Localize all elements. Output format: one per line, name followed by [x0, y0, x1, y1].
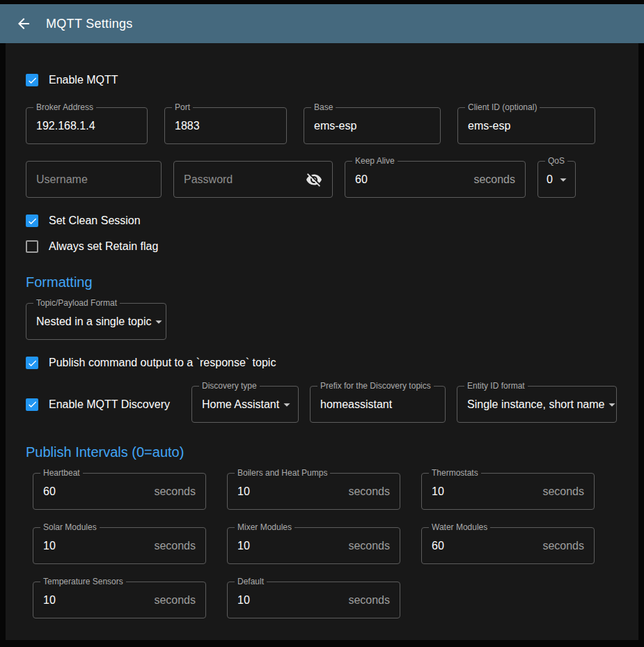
boilers-interval-field[interactable]: Boilers and Heat Pumps seconds: [227, 473, 400, 510]
app-bar: MQTT Settings: [0, 4, 644, 43]
qos-value: 0: [547, 173, 556, 186]
checkbox-checked-icon: [26, 357, 38, 369]
password-field[interactable]: [173, 161, 333, 198]
broker-address-input[interactable]: [36, 120, 137, 132]
boilers-interval-label: Boilers and Heat Pumps: [235, 469, 330, 478]
back-button[interactable]: [8, 8, 39, 39]
solar-modules-interval-field[interactable]: Solar Modules seconds: [33, 527, 206, 564]
dropdown-arrow-icon: [556, 172, 571, 187]
arrow-left-icon: [15, 15, 32, 32]
base-field[interactable]: Base: [304, 107, 441, 144]
password-input[interactable]: [184, 173, 306, 186]
discovery-row: Enable MQTT Discovery Discovery type Hom…: [26, 386, 618, 423]
water-modules-interval-input[interactable]: [432, 540, 537, 552]
checkbox-checked-icon: [26, 74, 38, 86]
mixer-modules-interval-input[interactable]: [237, 540, 343, 552]
thermostats-interval-label: Thermostats: [429, 469, 481, 478]
broker-settings-row: Broker Address Port Base Client ID (opti…: [26, 107, 618, 144]
discovery-prefix-field[interactable]: Prefix for the Discovery topics: [310, 386, 446, 423]
port-input[interactable]: [175, 120, 276, 132]
seconds-suffix: seconds: [154, 540, 196, 552]
enable-mqtt-checkbox[interactable]: Enable MQTT: [26, 74, 618, 86]
publish-response-checkbox[interactable]: Publish command output to a `response` t…: [26, 357, 618, 369]
intervals-grid: Heartbeat seconds Boilers and Heat Pumps…: [33, 473, 618, 618]
entity-id-format-label: Entity ID format: [464, 382, 528, 391]
seconds-suffix: seconds: [348, 540, 390, 552]
discovery-prefix-label: Prefix for the Discovery topics: [317, 382, 434, 391]
default-interval-input[interactable]: [237, 594, 343, 607]
seconds-suffix: seconds: [542, 485, 584, 498]
temperature-sensors-interval-label: Temperature Sensors: [40, 577, 126, 586]
client-id-field[interactable]: Client ID (optional): [457, 107, 595, 144]
keep-alive-label: Keep Alive: [352, 157, 398, 166]
seconds-suffix: seconds: [542, 540, 584, 552]
credentials-row: Keep Alive seconds QoS 0: [26, 161, 618, 198]
client-id-input[interactable]: [468, 120, 585, 132]
discovery-prefix-input[interactable]: [320, 398, 435, 411]
qos-select[interactable]: QoS 0: [537, 161, 576, 198]
thermostats-interval-field[interactable]: Thermostats seconds: [421, 473, 595, 510]
mixer-modules-interval-label: Mixer Modules: [235, 523, 294, 532]
port-field[interactable]: Port: [164, 107, 287, 144]
toggle-password-visibility-button[interactable]: [306, 171, 322, 188]
topic-format-select[interactable]: Topic/Payload Format Nested in a single …: [26, 303, 166, 340]
boilers-interval-input[interactable]: [237, 485, 343, 498]
heartbeat-interval-label: Heartbeat: [40, 469, 83, 478]
topic-format-value: Nested in a single topic: [36, 315, 151, 328]
default-interval-label: Default: [235, 577, 267, 586]
temperature-sensors-interval-field[interactable]: Temperature Sensors seconds: [33, 582, 206, 618]
topic-format-row: Topic/Payload Format Nested in a single …: [26, 303, 618, 340]
broker-address-label: Broker Address: [33, 103, 96, 112]
base-label: Base: [311, 103, 336, 112]
seconds-suffix: seconds: [473, 173, 515, 186]
username-input[interactable]: [36, 173, 151, 186]
clean-session-label: Set Clean Session: [49, 215, 141, 227]
client-id-label: Client ID (optional): [465, 103, 540, 112]
topic-format-label: Topic/Payload Format: [33, 299, 120, 308]
discovery-type-value: Home Assistant: [202, 398, 279, 411]
water-modules-interval-label: Water Modules: [429, 523, 490, 532]
enable-discovery-label: Enable MQTT Discovery: [49, 398, 170, 411]
checkbox-checked-icon: [26, 398, 38, 411]
solar-modules-interval-label: Solar Modules: [40, 523, 100, 532]
seconds-suffix: seconds: [348, 485, 390, 498]
retain-flag-label: Always set Retain flag: [49, 240, 158, 253]
default-interval-field[interactable]: Default seconds: [227, 582, 400, 618]
entity-id-format-value: Single instance, short name: [467, 398, 604, 411]
keep-alive-field[interactable]: Keep Alive seconds: [345, 161, 526, 198]
water-modules-interval-field[interactable]: Water Modules seconds: [421, 527, 595, 564]
publish-intervals-heading: Publish Intervals (0=auto): [26, 444, 618, 460]
solar-modules-interval-input[interactable]: [43, 540, 148, 552]
seconds-suffix: seconds: [348, 594, 390, 607]
publish-response-label: Publish command output to a `response` t…: [49, 357, 276, 369]
checkbox-unchecked-icon: [26, 240, 38, 253]
retain-flag-checkbox[interactable]: Always set Retain flag: [26, 240, 618, 253]
port-label: Port: [172, 103, 193, 112]
thermostats-interval-input[interactable]: [432, 485, 537, 498]
enable-discovery-checkbox[interactable]: Enable MQTT Discovery: [26, 398, 180, 411]
discovery-type-label: Discovery type: [199, 382, 260, 391]
enable-mqtt-label: Enable MQTT: [49, 74, 118, 86]
seconds-suffix: seconds: [154, 485, 196, 498]
page-title: MQTT Settings: [46, 17, 133, 31]
heartbeat-interval-input[interactable]: [43, 485, 148, 498]
checkbox-checked-icon: [26, 215, 38, 227]
dropdown-arrow-icon: [604, 397, 620, 412]
visibility-off-icon: [306, 171, 322, 188]
broker-address-field[interactable]: Broker Address: [26, 107, 148, 144]
formatting-heading: Formatting: [26, 274, 618, 290]
dropdown-arrow-icon: [279, 397, 294, 412]
clean-session-checkbox[interactable]: Set Clean Session: [26, 215, 618, 227]
qos-label: QoS: [545, 157, 567, 166]
temperature-sensors-interval-input[interactable]: [43, 594, 148, 607]
heartbeat-interval-field[interactable]: Heartbeat seconds: [33, 473, 206, 510]
keep-alive-input[interactable]: [355, 173, 468, 186]
entity-id-format-select[interactable]: Entity ID format Single instance, short …: [457, 386, 617, 423]
discovery-type-select[interactable]: Discovery type Home Assistant: [191, 386, 299, 423]
base-input[interactable]: [314, 120, 430, 132]
mixer-modules-interval-field[interactable]: Mixer Modules seconds: [227, 527, 400, 564]
username-field[interactable]: [26, 161, 162, 198]
dropdown-arrow-icon: [151, 314, 166, 329]
seconds-suffix: seconds: [154, 594, 196, 607]
settings-panel: Enable MQTT Broker Address Port Base Cli…: [6, 43, 638, 640]
